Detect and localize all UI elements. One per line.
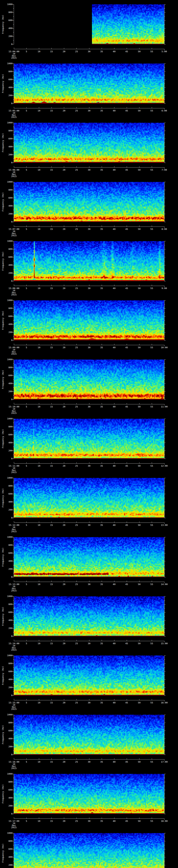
spectrogram-panel: Frequency (Hz)1000800600400200015:08:005… [0,237,178,296]
x-tick-label: 35 [100,702,103,704]
x-tick-label: 20 [63,228,65,230]
y-tick-label: 400 [0,501,12,503]
x-tick [26,640,27,641]
y-major-tick [165,249,166,249]
time-axis-ruler [14,286,165,286]
y-major-tick [165,478,166,478]
y-major-tick [12,375,14,376]
x-tick [26,48,27,49]
y-major-tick [165,679,166,680]
y-minor-tick [165,659,165,660]
y-major-tick [165,612,166,613]
time-axis-ruler [14,463,165,464]
x-tick [14,48,14,49]
y-tick-label: 1000 [0,181,12,183]
spectrogram-panel: Frequency (Hz)1000800600400200015:06:005… [0,118,178,178]
spectrogram-canvas [14,123,164,163]
y-major-tick [12,451,14,451]
y-tick-label: 0 [0,813,12,815]
x-tick-label: 10 [37,465,40,467]
x-tick-label: 10 [37,524,40,526]
x-tick-label: 50 [138,169,141,171]
y-minor-tick [13,794,14,794]
y-minor-tick [13,143,14,143]
y-minor-tick [13,304,14,305]
y-major-tick [165,324,166,324]
y-tick-label: 0 [0,517,12,519]
x-tick-label: 35 [100,346,103,349]
y-major-tick [12,553,14,553]
y-tick-label: 600 [0,789,12,791]
end-time-label: 18:00 [161,820,168,822]
y-major-tick [165,782,166,782]
date-line: 2015 [11,57,17,59]
y-major-tick [165,833,166,833]
x-tick-label: 40 [113,346,116,349]
y-tick-label: 200 [0,568,12,570]
spectrogram-panel: Frequency (Hz)1000800600400200015:05:005… [0,59,178,118]
x-tick-label: 20 [63,583,65,585]
x-tick-label: 15 [50,50,53,53]
y-tick-label: 600 [0,493,12,495]
y-minor-tick [13,99,14,100]
y-minor-tick [165,786,165,786]
x-tick [139,48,140,49]
x-tick [14,166,14,167]
x-tick-label: 50 [138,346,141,349]
y-tick-label: 800 [0,426,12,428]
spectrogram-canvas [14,774,164,814]
y-major-tick [165,281,166,281]
x-tick-label: 50 [138,110,141,112]
end-time-label: 15:00 [161,642,168,645]
x-tick-label: 10 [37,702,40,704]
y-tick-label: 200 [0,450,12,452]
y-tick-label: 800 [0,781,12,783]
y-axis-label: Frequency (Hz) [2,488,4,507]
y-tick-label: 1000 [0,358,12,361]
x-tick [14,462,14,463]
y-minor-tick [13,253,14,253]
y-minor-tick [13,743,14,743]
x-tick-label: 25 [75,406,78,408]
spectrogram-panel: Frequency (Hz)1000800600400200015:18:005… [0,829,178,868]
y-major-tick [12,715,14,715]
y-tick-label: 400 [0,797,12,799]
y-major-tick [12,222,14,222]
spectrogram-panel: Frequency (Hz)1000800600400200015:10:005… [0,355,178,414]
y-major-tick [165,486,166,486]
x-tick-label: 5 [26,702,27,704]
time-axis-ruler [14,404,165,404]
date-line: 2015 [11,116,17,118]
y-major-tick [165,739,166,739]
y-major-tick [12,206,14,206]
x-tick-label: 20 [63,110,65,112]
end-time-label: 7:00 [161,169,167,171]
x-tick-label: 40 [113,406,116,408]
x-tick-label: 40 [113,820,116,822]
y-minor-tick [165,845,165,845]
x-tick-label: 30 [88,524,91,526]
y-tick-label: 0 [0,339,12,341]
date-line: 2015 [11,235,17,237]
y-tick-label: 0 [0,221,12,223]
x-tick-label: 20 [63,642,65,645]
x-tick-label: 45 [125,169,128,171]
y-tick-label: 800 [0,662,12,664]
y-tick-label: 0 [0,576,12,578]
y-tick-label: 0 [0,43,12,45]
y-tick-label: 1000 [0,654,12,656]
x-tick [26,344,27,345]
y-major-tick [165,383,166,384]
x-tick-label: 55 [150,820,153,822]
y-tick-label: 1000 [0,536,12,538]
x-tick-label: 5 [26,465,27,467]
spectrogram-canvas [14,182,164,222]
y-tick-label: 400 [0,86,12,89]
spectrogram-canvas [14,360,164,399]
y-major-tick [12,655,14,656]
end-time-label: 8:00 [161,228,167,230]
x-tick [26,699,27,700]
y-major-tick [165,206,166,206]
x-tick-label: 30 [88,228,91,230]
x-tick [139,344,140,345]
